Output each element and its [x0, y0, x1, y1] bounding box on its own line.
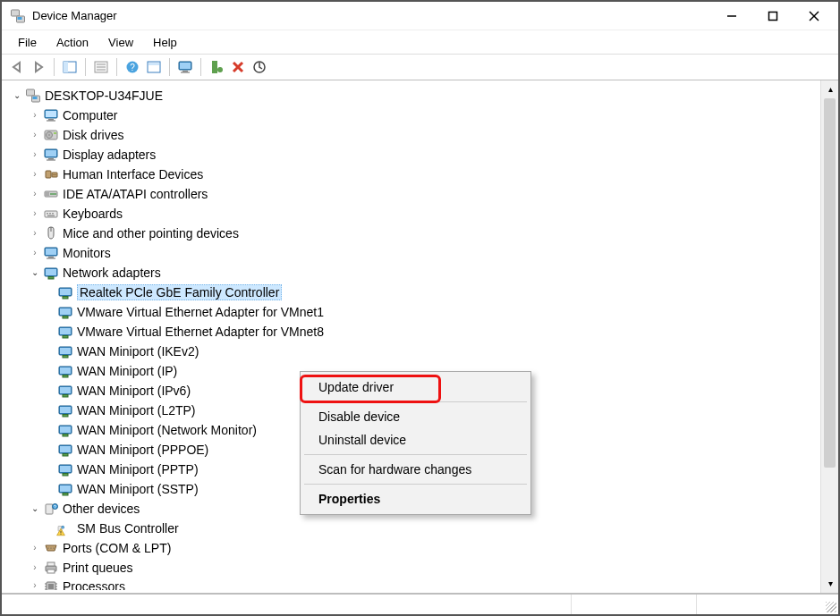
- uninstall-device-button[interactable]: [228, 57, 248, 77]
- expand-arrow-icon[interactable]: ⌄: [11, 89, 23, 102]
- network-icon: [57, 403, 73, 418]
- network-icon: [57, 443, 73, 457]
- help-button[interactable]: ?: [123, 57, 142, 77]
- app-icon: [11, 9, 25, 23]
- svg-rect-55: [64, 62, 68, 72]
- back-button[interactable]: [7, 57, 27, 77]
- context-menu-item[interactable]: Uninstall device: [302, 428, 529, 451]
- tree-category-proc[interactable]: ›Processors: [2, 578, 820, 590]
- vertical-scrollbar[interactable]: ▴ ▾: [820, 80, 838, 593]
- resize-grip[interactable]: [822, 595, 838, 614]
- network-icon: [57, 325, 73, 339]
- tree-category-label: Other devices: [63, 502, 140, 516]
- network-icon: [57, 384, 73, 398]
- tree-device-label: Realtek PCle GbE Family Controller: [77, 284, 282, 300]
- status-pane-3: [697, 595, 822, 614]
- tree-category-network[interactable]: ⌄Network adapters: [2, 263, 820, 283]
- tree-device[interactable]: WAN Miniport (IKEv2): [2, 342, 820, 361]
- forward-button[interactable]: [29, 57, 48, 77]
- tree-device[interactable]: SM Bus Controller: [2, 519, 820, 538]
- network-icon: [57, 285, 73, 300]
- tree-device-label: WAN Miniport (Network Monitor): [77, 423, 257, 437]
- expand-arrow-icon[interactable]: ›: [29, 542, 41, 554]
- expand-arrow-icon[interactable]: ›: [29, 188, 41, 200]
- expand-arrow-icon[interactable]: ⌄: [29, 502, 41, 515]
- scroll-up-button[interactable]: ▴: [821, 80, 838, 98]
- context-menu-item[interactable]: Update driver: [302, 376, 529, 399]
- network-icon: [57, 305, 73, 319]
- update-driver-button[interactable]: [175, 57, 195, 77]
- tree-device-label: WAN Miniport (IP): [77, 364, 177, 378]
- menu-separator: [304, 484, 527, 485]
- expand-arrow-icon[interactable]: ⌄: [29, 266, 41, 279]
- network-icon: [43, 266, 59, 280]
- tree-category-display[interactable]: ›Display adapters: [2, 145, 820, 165]
- enable-device-button[interactable]: [207, 57, 226, 77]
- tree-category-label: Keyboards: [63, 207, 123, 221]
- minimize-button[interactable]: [711, 3, 752, 30]
- status-pane-2: [572, 595, 697, 614]
- expand-arrow-icon[interactable]: ›: [29, 148, 41, 161]
- show-hide-console-tree-button[interactable]: [60, 57, 80, 77]
- disk-icon: [43, 128, 59, 142]
- tree-category-label: Network adapters: [63, 266, 161, 280]
- scroll-down-button[interactable]: ▾: [821, 575, 838, 593]
- scan-hardware-button[interactable]: [144, 57, 164, 77]
- tree-device-label: WAN Miniport (SSTP): [77, 482, 199, 496]
- scan-for-changes-button[interactable]: [250, 57, 269, 77]
- expand-arrow-icon[interactable]: ›: [29, 168, 41, 181]
- computer-icon: [43, 108, 59, 122]
- ide-icon: [43, 187, 59, 201]
- tree-category-monitors[interactable]: ›Monitors: [2, 243, 820, 263]
- menu-action[interactable]: Action: [47, 32, 98, 53]
- tree-category-print[interactable]: ›Print queues: [2, 558, 820, 578]
- tree-device-label: WAN Miniport (L2TP): [77, 403, 196, 418]
- expand-arrow-icon[interactable]: ›: [29, 247, 41, 259]
- tree-device[interactable]: Realtek PCle GbE Family Controller: [2, 283, 820, 302]
- keyboard-icon: [43, 207, 59, 221]
- network-icon: [57, 344, 73, 359]
- network-icon: [57, 423, 73, 437]
- tree-category-keyboard[interactable]: ›Keyboards: [2, 204, 820, 224]
- context-menu-item[interactable]: Properties: [302, 487, 529, 511]
- tree-category-disk[interactable]: ›Disk drives: [2, 125, 820, 145]
- tree-category-ide[interactable]: ›IDE ATA/ATAPI controllers: [2, 184, 820, 204]
- tree-device-label: SM Bus Controller: [77, 521, 179, 536]
- network-icon: [57, 364, 73, 378]
- svg-rect-63: [148, 63, 159, 65]
- tree-root[interactable]: ⌄DESKTOP-U34FJUE: [2, 86, 820, 105]
- close-button[interactable]: [793, 3, 835, 30]
- menu-help[interactable]: Help: [144, 32, 186, 53]
- properties-button[interactable]: [91, 57, 111, 77]
- tree-category-label: Processors: [63, 579, 125, 590]
- svg-rect-64: [212, 61, 217, 73]
- expand-arrow-icon[interactable]: ›: [29, 561, 41, 574]
- context-menu-item[interactable]: Scan for hardware changes: [302, 458, 529, 481]
- tree-category-mouse[interactable]: ›Mice and other pointing devices: [2, 224, 820, 243]
- tree-device-label: WAN Miniport (IPv6): [77, 384, 191, 398]
- context-menu: Update driverDisable deviceUninstall dev…: [300, 371, 531, 515]
- menu-view[interactable]: View: [99, 32, 142, 53]
- expand-arrow-icon[interactable]: ›: [29, 129, 41, 141]
- svg-point-65: [217, 67, 223, 72]
- tree-device-label: WAN Miniport (PPPOE): [77, 443, 208, 457]
- device-tree[interactable]: ⌄DESKTOP-U34FJUE›Computer›Disk drives›Di…: [2, 80, 820, 593]
- menu-file[interactable]: File: [9, 32, 46, 53]
- expand-arrow-icon[interactable]: ›: [29, 207, 41, 220]
- network-icon: [57, 462, 73, 477]
- tree-category-ports[interactable]: ›Ports (COM & LPT): [2, 538, 820, 558]
- expand-arrow-icon[interactable]: ›: [29, 579, 41, 590]
- tree-device[interactable]: VMware Virtual Ethernet Adapter for VMne…: [2, 322, 820, 342]
- scroll-thumb[interactable]: [824, 98, 836, 468]
- tree-category-hid[interactable]: ›Human Interface Devices: [2, 165, 820, 184]
- context-menu-item[interactable]: Disable device: [302, 405, 529, 428]
- cpu-icon: [43, 579, 59, 590]
- tree-category-computer[interactable]: ›Computer: [2, 105, 820, 125]
- maximize-button[interactable]: [752, 3, 793, 30]
- monitor-icon: [43, 246, 59, 260]
- tree-device[interactable]: VMware Virtual Ethernet Adapter for VMne…: [2, 302, 820, 322]
- expand-arrow-icon[interactable]: ›: [29, 227, 41, 240]
- tree-category-label: Monitors: [63, 246, 111, 260]
- expand-arrow-icon[interactable]: ›: [29, 109, 41, 122]
- display-icon: [43, 148, 59, 162]
